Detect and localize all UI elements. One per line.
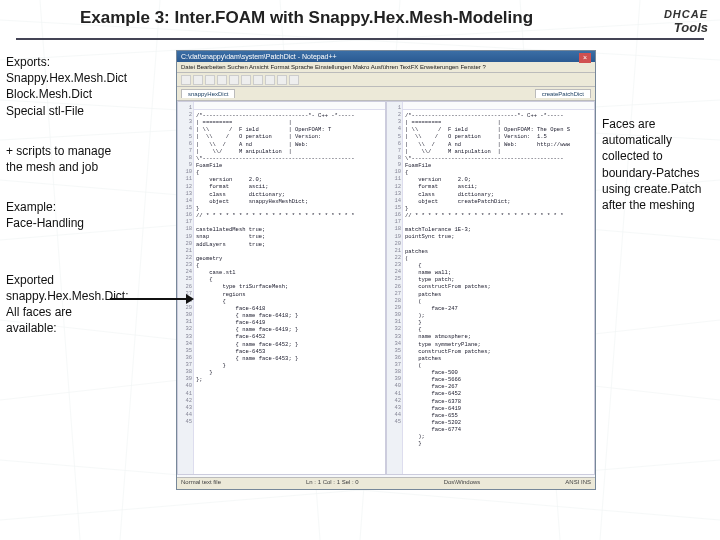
toolbar-button[interactable] (193, 75, 203, 85)
toolbar-button[interactable] (265, 75, 275, 85)
example-block: Example: Face-Handling (6, 199, 176, 231)
logo: DHCAE Tools (623, 8, 708, 35)
line-gutter: 1 2 3 4 5 6 7 8 9 10 11 12 13 14 15 16 1… (178, 102, 194, 474)
exports-line: Snappy.Hex.Mesh.Dict (6, 70, 176, 86)
tab-snappy[interactable]: snappyHexDict (181, 89, 235, 98)
right-annotation: Faces are automatically collected to bou… (596, 50, 714, 508)
status-eol: Dos\Windows (444, 479, 481, 488)
toolbar-button[interactable] (241, 75, 251, 85)
scripts-block: + scripts to manage the mesh and job (6, 143, 176, 175)
scripts-line: the mesh and job (6, 159, 176, 175)
exported-block: Exported snappy.Hex.Mesh.Dict: All faces… (6, 272, 176, 337)
line-gutter: 1 2 3 4 5 6 7 8 9 10 11 12 13 14 15 16 1… (387, 102, 403, 474)
exports-block: Exports: Snappy.Hex.Mesh.Dict Block.Mesh… (6, 54, 176, 119)
toolbar-button[interactable] (181, 75, 191, 85)
status-bar: Normal text file Ln : 1 Col : 1 Sel : 0 … (177, 477, 595, 489)
toolbar-button[interactable] (217, 75, 227, 85)
status-position: Ln : 1 Col : 1 Sel : 0 (306, 479, 359, 488)
status-filetype: Normal text file (181, 479, 221, 488)
toolbar-button[interactable] (229, 75, 239, 85)
status-encoding: ANSI INS (565, 479, 591, 488)
window-titlebar[interactable]: C:\dat\snappy\dam\system\PatchDict - Not… (177, 51, 595, 62)
menu-bar[interactable]: Datei Bearbeiten Suchen Ansicht Format S… (177, 62, 595, 73)
toolbar-button[interactable] (277, 75, 287, 85)
toolbar-button[interactable] (253, 75, 263, 85)
code-right[interactable]: /*--------------------------------*- C++… (405, 112, 592, 448)
line-numbers: 1 2 3 4 5 6 7 8 9 10 11 12 13 14 15 16 1… (178, 104, 192, 425)
toolbar[interactable] (177, 73, 595, 87)
exported-line: Exported (6, 272, 176, 288)
right-line: boundary-Patches (602, 165, 714, 181)
window-title: C:\dat\snappy\dam\system\PatchDict - Not… (181, 53, 337, 60)
tab-bar: snappyHexDict createPatchDict (177, 87, 595, 101)
toolbar-button[interactable] (289, 75, 299, 85)
right-line: collected to (602, 148, 714, 164)
exports-line: Special stl-File (6, 103, 176, 119)
right-line: Faces are (602, 116, 714, 132)
right-line: automatically (602, 132, 714, 148)
arrow-annotation (110, 298, 188, 300)
scripts-line: + scripts to manage (6, 143, 176, 159)
code-left[interactable]: /*--------------------------------*- C++… (196, 112, 383, 383)
right-pane[interactable]: 1 2 3 4 5 6 7 8 9 10 11 12 13 14 15 16 1… (386, 101, 595, 475)
left-pane[interactable]: 1 2 3 4 5 6 7 8 9 10 11 12 13 14 15 16 1… (177, 101, 386, 475)
editor-window: C:\dat\snappy\dam\system\PatchDict - Not… (176, 50, 596, 490)
exported-line: snappy.Hex.Mesh.Dict: (6, 288, 176, 304)
logo-text-top: DHCAE (623, 8, 708, 20)
exports-line: Block.Mesh.Dict (6, 86, 176, 102)
exported-line: All faces are (6, 304, 176, 320)
logo-text-bottom: Tools (623, 20, 708, 35)
ruler (387, 102, 594, 110)
right-line: after the meshing (602, 197, 714, 213)
line-numbers: 1 2 3 4 5 6 7 8 9 10 11 12 13 14 15 16 1… (387, 104, 401, 425)
example-line: Example: (6, 199, 176, 215)
tab-createpatch[interactable]: createPatchDict (535, 89, 591, 98)
exports-heading: Exports: (6, 54, 176, 70)
ruler (178, 102, 385, 110)
right-line: using create.Patch (602, 181, 714, 197)
slide-title: Example 3: Inter.FOAM with Snappy.Hex.Me… (80, 8, 704, 28)
close-icon[interactable]: × (579, 53, 591, 63)
toolbar-button[interactable] (205, 75, 215, 85)
example-line: Face-Handling (6, 215, 176, 231)
exported-line: available: (6, 320, 176, 336)
